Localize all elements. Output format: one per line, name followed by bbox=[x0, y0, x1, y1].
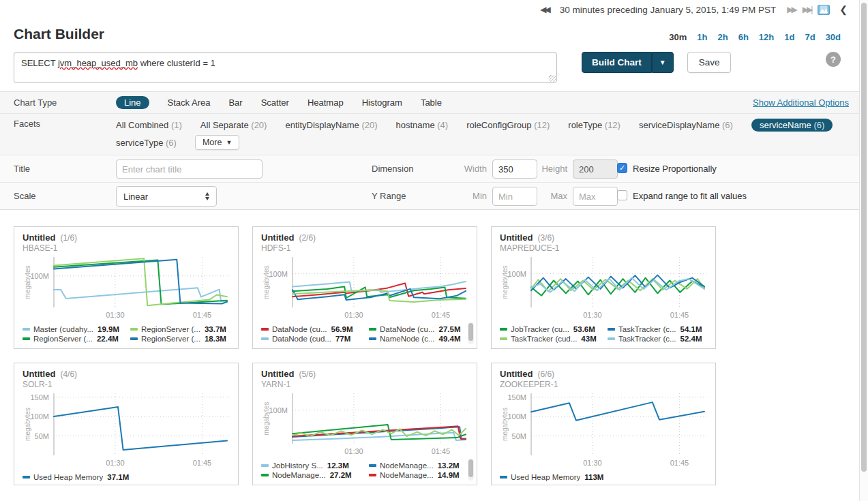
legend-item[interactable]: DataNode (cu...27.5M bbox=[369, 325, 468, 333]
time-range-12h[interactable]: 12h bbox=[759, 32, 774, 42]
skip-to-now-icon[interactable]: ▶▶| bbox=[803, 5, 811, 14]
save-button[interactable]: Save bbox=[687, 52, 732, 73]
time-range-7d[interactable]: 7d bbox=[805, 32, 815, 42]
legend-item[interactable]: NameNode (c...49.4M bbox=[369, 335, 468, 343]
page-scrollbar-thumb[interactable] bbox=[861, 3, 867, 472]
chart-legend: JobHistory S...12.3MNodeManage...13.2MNo… bbox=[261, 461, 468, 479]
legend-scrollbar-thumb[interactable] bbox=[468, 459, 473, 477]
show-additional-options-link[interactable]: Show Additional Options bbox=[753, 97, 849, 108]
facet-servicename[interactable]: serviceName (6) bbox=[751, 119, 833, 132]
page-scrollbar[interactable] bbox=[859, 0, 868, 501]
chart-type-scatter[interactable]: Scatter bbox=[261, 96, 289, 109]
build-chart-split-button: Build Chart ▼ bbox=[582, 52, 674, 73]
time-range-1h[interactable]: 1h bbox=[697, 32, 707, 42]
chart-type-histogram[interactable]: Histogram bbox=[362, 96, 402, 109]
time-range-1d[interactable]: 1d bbox=[784, 32, 794, 42]
legend-item[interactable]: Used Heap Memory113M bbox=[500, 473, 707, 481]
scale-select[interactable]: Linear bbox=[116, 186, 217, 207]
legend-item[interactable]: NodeManage...27.2M bbox=[261, 471, 361, 479]
legend-swatch-icon bbox=[369, 464, 376, 467]
fast-forward-icon[interactable]: ▶▶ bbox=[787, 5, 795, 14]
legend-item[interactable]: DataNode (cud...77M bbox=[261, 335, 361, 343]
legend-label: RegionServer (... bbox=[141, 335, 200, 343]
svg-text:100M: 100M bbox=[30, 412, 49, 421]
legend-item[interactable]: JobTracker (cu...53.6M bbox=[500, 325, 599, 333]
legend-label: DataNode (cu... bbox=[380, 325, 435, 333]
facet-hostname[interactable]: hostname (4) bbox=[396, 120, 449, 130]
legend-swatch-icon bbox=[608, 337, 615, 340]
facet-all-separate[interactable]: All Separate (20) bbox=[200, 120, 267, 130]
collapse-left-icon[interactable]: ❮ bbox=[839, 4, 848, 15]
chart-type-line[interactable]: Line bbox=[116, 96, 149, 109]
svg-text:megabytes: megabytes bbox=[24, 266, 31, 299]
help-icon[interactable]: ? bbox=[826, 52, 841, 67]
legend-value: 43M bbox=[581, 335, 596, 343]
facet-roleconfiggroup[interactable]: roleConfigGroup (12) bbox=[466, 120, 550, 130]
chart-type-bar[interactable]: Bar bbox=[228, 96, 242, 109]
legend-label: NameNode (c... bbox=[380, 335, 435, 343]
chart-type-row: Chart Type LineStack AreaBarScatterHeatm… bbox=[0, 92, 868, 113]
facet-servicedisplayname[interactable]: serviceDisplayName (6) bbox=[639, 120, 733, 130]
page-title: Chart Builder bbox=[14, 26, 104, 42]
expand-range-checkbox[interactable] bbox=[617, 190, 627, 200]
build-chart-dropdown-button[interactable]: ▼ bbox=[652, 52, 674, 73]
svg-text:01:30: 01:30 bbox=[583, 459, 602, 467]
svg-text:50M: 50M bbox=[512, 432, 526, 440]
legend-item[interactable]: NodeManage...14.9M bbox=[369, 471, 468, 479]
chart-legend: Used Heap Memory37.1M bbox=[23, 473, 230, 481]
facet-entitydisplayname[interactable]: entityDisplayName (20) bbox=[285, 120, 377, 130]
facet-all-combined[interactable]: All Combined (1) bbox=[116, 120, 182, 130]
chart-title-input[interactable] bbox=[116, 160, 263, 179]
chart-card-5[interactable]: Untitled(5/6)YARN-1megabytes01:3001:4510… bbox=[252, 363, 477, 485]
svg-text:100M: 100M bbox=[269, 406, 288, 414]
query-text-misspelled: jvm_heap_used_mb bbox=[58, 58, 138, 68]
legend-label: JobHistory S... bbox=[272, 461, 323, 470]
time-range-6h[interactable]: 6h bbox=[738, 32, 749, 42]
time-range-30d[interactable]: 30d bbox=[826, 32, 841, 42]
facet-roletype[interactable]: roleType (12) bbox=[568, 120, 620, 130]
chart-type-stack-area[interactable]: Stack Area bbox=[168, 96, 211, 109]
legend-item[interactable]: TaskTracker (c...54.1M bbox=[608, 325, 707, 333]
legend-item[interactable]: DataNode (cu...56.9M bbox=[261, 325, 361, 333]
legend-value: 13.2M bbox=[438, 461, 460, 470]
chart-card-2[interactable]: Untitled(2/6)HDFS-1megabytes01:3001:4510… bbox=[252, 226, 477, 349]
legend-item[interactable]: RegionServer (...22.4M bbox=[23, 335, 122, 343]
chart-card-1[interactable]: Untitled(1/6)HBASE-1megabytes01:3001:451… bbox=[14, 226, 239, 349]
legend-item[interactable]: TaskTracker (cud...43M bbox=[500, 335, 599, 343]
facet-servicetype[interactable]: serviceType (6) bbox=[116, 138, 177, 148]
legend-item[interactable]: NodeManage...13.2M bbox=[369, 461, 468, 470]
build-chart-button[interactable]: Build Chart bbox=[582, 52, 652, 73]
legend-scrollbar[interactable] bbox=[468, 459, 474, 481]
chart-type-heatmap[interactable]: Heatmap bbox=[308, 96, 344, 109]
legend-item[interactable]: JobHistory S...12.3M bbox=[261, 461, 361, 470]
facet-line-2: serviceType (6) More ▼ bbox=[116, 135, 833, 150]
svg-text:100M: 100M bbox=[507, 270, 526, 278]
time-range-30m[interactable]: 30m bbox=[669, 32, 687, 42]
resize-proportionally-checkbox[interactable]: ✓ bbox=[617, 163, 627, 173]
legend-swatch-icon bbox=[23, 328, 30, 331]
time-range-2h[interactable]: 2h bbox=[718, 32, 728, 42]
time-marker-icon[interactable] bbox=[818, 5, 830, 15]
rewind-icon[interactable]: ◀◀ bbox=[540, 5, 548, 14]
legend-item[interactable]: TaskTracker (c...52.4M bbox=[608, 335, 707, 343]
resize-proportionally-label: Resize Proportionally bbox=[633, 164, 717, 174]
legend-label: JobTracker (cu... bbox=[511, 325, 569, 333]
height-input[interactable] bbox=[573, 160, 618, 179]
svg-text:01:30: 01:30 bbox=[344, 447, 363, 455]
chart-card-4[interactable]: Untitled(4/6)SOLR-1megabytes01:3001:4515… bbox=[14, 363, 239, 485]
legend-label: NodeManage... bbox=[380, 461, 434, 470]
facet-options: All Combined (1)All Separate (20)entityD… bbox=[116, 119, 833, 150]
yrange-max-input[interactable] bbox=[573, 187, 618, 206]
legend-item[interactable]: RegionServer (...18.3M bbox=[130, 335, 230, 343]
legend-label: Master (cudahy... bbox=[33, 325, 93, 333]
legend-scrollbar-thumb[interactable] bbox=[468, 323, 473, 341]
legend-item[interactable]: RegionServer (...33.7M bbox=[130, 325, 230, 333]
chart-card-3[interactable]: Untitled(3/6)MAPREDUCE-1megabytes01:3001… bbox=[491, 226, 716, 349]
legend-item[interactable]: Used Heap Memory37.1M bbox=[23, 473, 230, 481]
chart-card-6[interactable]: Untitled(6/6)ZOOKEEPER-1megabytes01:3001… bbox=[491, 363, 716, 485]
more-facets-button[interactable]: More ▼ bbox=[195, 135, 239, 150]
legend-item[interactable]: Master (cudahy...19.9M bbox=[23, 325, 122, 333]
query-input[interactable]: SELECT jvm_heap_used_mb where clusterId … bbox=[14, 52, 557, 83]
legend-scrollbar[interactable] bbox=[468, 322, 474, 344]
chart-type-table[interactable]: Table bbox=[421, 96, 442, 109]
